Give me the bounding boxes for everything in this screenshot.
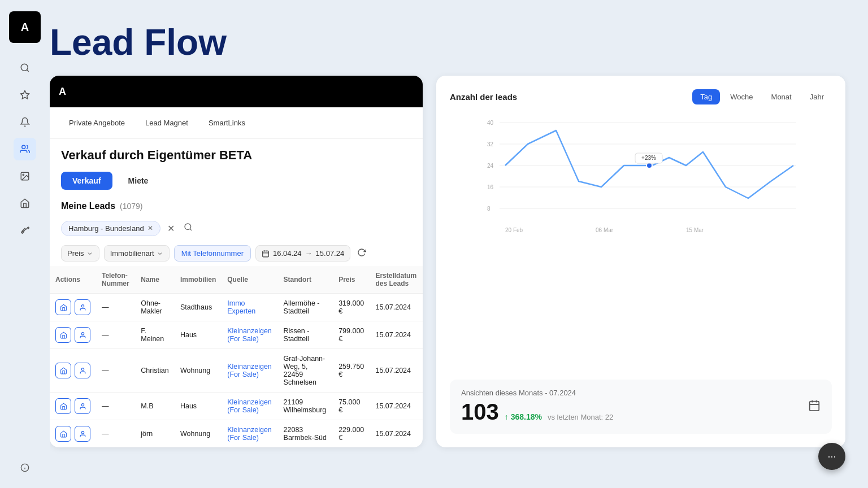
svg-point-16 — [81, 333, 84, 335]
svg-point-5 — [23, 174, 24, 175]
star-icon[interactable] — [14, 84, 36, 106]
source-link[interactable]: Kleinanzeigen (For Sale) — [227, 398, 272, 414]
handshake-icon[interactable] — [14, 219, 36, 242]
home-icon[interactable] — [14, 192, 36, 215]
stats-change: ↑ 368.18% — [505, 412, 542, 421]
table-cell-immobilien: Wohnung — [175, 349, 222, 393]
svg-point-17 — [81, 368, 84, 371]
time-btn-monat[interactable]: Monat — [763, 89, 800, 104]
col-name: Name — [135, 266, 175, 294]
filter-clear-icon[interactable]: ✕ — [165, 221, 177, 236]
chat-button[interactable]: ··· — [818, 443, 845, 470]
table-cell-actions — [50, 294, 96, 321]
toggle-miete[interactable]: Miete — [117, 172, 160, 190]
image-icon[interactable] — [14, 165, 36, 188]
users-icon[interactable] — [14, 138, 36, 160]
chart-title: Anzahl der leads — [450, 92, 517, 102]
svg-text:15 Mar: 15 Mar — [686, 227, 704, 233]
col-immobilien: Immobilien — [175, 266, 222, 294]
refresh-icon[interactable] — [355, 246, 368, 262]
action-home-icon[interactable] — [55, 327, 71, 343]
panel-header: A — [50, 76, 423, 107]
table-cell-actions — [50, 321, 96, 349]
leads-header: Meine Leads (1079) — [50, 197, 423, 216]
table-cell-quelle: Immo Experten — [222, 294, 277, 321]
phone-filter[interactable]: Mit Telefonnummer — [174, 245, 251, 262]
action-person-icon[interactable] — [75, 363, 90, 378]
section-title: Verkauf durch Eigentümer BETA — [50, 139, 423, 167]
action-person-icon[interactable] — [75, 299, 90, 315]
time-btn-jahr[interactable]: Jahr — [802, 89, 832, 104]
source-link[interactable]: Immo Experten — [227, 299, 255, 315]
chart-svg: 40 32 24 16 8 20 Feb 06 Mar 15 Mar — [450, 114, 832, 238]
col-preis: Preis — [333, 266, 370, 294]
svg-point-15 — [81, 305, 84, 307]
right-panel: Anzahl der leads Tag Woche Monat Jahr 40… — [436, 76, 845, 447]
time-btn-tag[interactable]: Tag — [692, 89, 720, 104]
svg-text:8: 8 — [487, 206, 491, 212]
filter-tag-location[interactable]: Hamburg - Bundesland ✕ — [61, 221, 160, 236]
table-cell-preis: 799.000 € — [333, 321, 370, 349]
bell-icon[interactable] — [14, 111, 36, 133]
action-home-icon[interactable] — [55, 426, 71, 442]
filter-search-icon[interactable] — [181, 220, 195, 236]
stats-number: 103 ↑ 368.18% vs letzten Monat: 22 — [461, 399, 808, 425]
table-cell-phone: — — [96, 294, 135, 321]
info-icon[interactable] — [14, 456, 36, 479]
svg-point-3 — [22, 145, 25, 149]
table-cell-phone: — — [96, 420, 135, 448]
source-link[interactable]: Kleinanzeigen (For Sale) — [227, 363, 272, 378]
svg-point-9 — [185, 224, 191, 230]
action-home-icon[interactable] — [55, 398, 71, 414]
col-standort: Standort — [278, 266, 333, 294]
chart-header: Anzahl der leads Tag Woche Monat Jahr — [450, 89, 832, 104]
action-person-icon[interactable] — [75, 398, 90, 414]
table-cell-standort: 21109 Wilhelmsburg — [278, 393, 333, 420]
table-cell-name: Ohne-Makler — [135, 294, 175, 321]
stats-section: Ansichten dieses Monats - 07.2024 103 ↑ … — [450, 380, 832, 434]
source-link[interactable]: Kleinanzeigen (For Sale) — [227, 426, 272, 442]
table-cell-standort: Graf-Johann-Weg, 5, 22459 Schnelsen — [278, 349, 333, 393]
search-icon[interactable] — [14, 56, 36, 79]
filter-row-2: Preis Immobilienart Mit Telefonnummer 16… — [50, 241, 423, 266]
svg-text:+23%: +23% — [641, 155, 656, 161]
tab-private-angebote[interactable]: Private Angebote — [61, 115, 133, 130]
source-link[interactable]: Kleinanzeigen (For Sale) — [227, 327, 272, 343]
svg-line-1 — [27, 69, 28, 71]
calendar-icon[interactable] — [808, 399, 821, 415]
toggle-verkauf[interactable]: Verkauf — [61, 172, 112, 190]
table-cell-preis: 229.000 € — [333, 420, 370, 448]
preis-filter[interactable]: Preis — [61, 245, 99, 262]
date-filter[interactable]: 16.04.24 → 15.07.24 — [255, 245, 350, 262]
content-area: A Private Angebote Lead Magnet SmartLink… — [50, 76, 845, 447]
action-home-icon[interactable] — [55, 363, 71, 378]
main-content: Lead Flow A Private Angebote Lead Magnet… — [50, 0, 868, 488]
sidebar-logo[interactable]: A — [9, 11, 41, 43]
tab-smartlinks[interactable]: SmartLinks — [201, 115, 253, 130]
sidebar-bottom — [14, 456, 36, 479]
col-quelle: Quelle — [222, 266, 277, 294]
table-cell-immobilien: Haus — [175, 393, 222, 420]
table-row: —ChristianWohnungKleinanzeigen (For Sale… — [50, 349, 423, 393]
stats-label: Ansichten dieses Monats - 07.2024 — [461, 389, 808, 397]
table-cell-standort: Allermöhe - Stadtteil — [278, 294, 333, 321]
table-cell-datum: 15.07.2024 — [370, 420, 423, 448]
stats-left: Ansichten dieses Monats - 07.2024 103 ↑ … — [461, 389, 808, 425]
svg-line-10 — [190, 229, 192, 230]
table-cell-actions — [50, 420, 96, 448]
action-person-icon[interactable] — [75, 426, 90, 442]
immobilienart-filter[interactable]: Immobilienart — [104, 245, 170, 262]
col-actions: Actions — [50, 266, 96, 294]
table-cell-phone: — — [96, 393, 135, 420]
table-cell-datum: 15.07.2024 — [370, 294, 423, 321]
action-home-icon[interactable] — [55, 299, 71, 315]
tab-lead-magnet[interactable]: Lead Magnet — [137, 115, 196, 130]
table-cell-name: F. Meinen — [135, 321, 175, 349]
action-person-icon[interactable] — [75, 327, 90, 343]
table-cell-preis: 319.000 € — [333, 294, 370, 321]
page-wrapper: A Lead Flow — [0, 0, 868, 488]
svg-text:20 Feb: 20 Feb — [505, 227, 523, 233]
svg-rect-11 — [263, 251, 269, 257]
time-btn-woche[interactable]: Woche — [722, 89, 761, 104]
filter-remove-x[interactable]: ✕ — [147, 224, 153, 232]
